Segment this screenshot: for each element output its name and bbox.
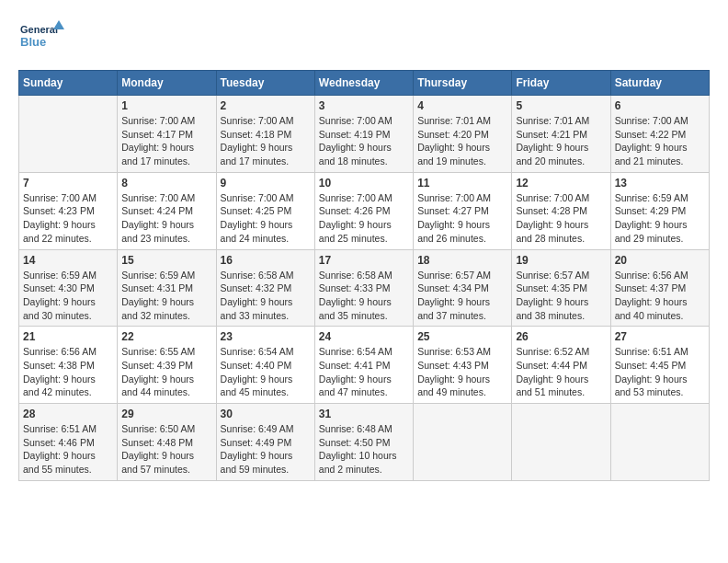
- calendar-cell: 21Sunrise: 6:56 AMSunset: 4:38 PMDayligh…: [19, 327, 118, 404]
- cell-info: Sunrise: 6:56 AMSunset: 4:38 PMDaylight:…: [23, 345, 113, 399]
- day-number: 29: [121, 408, 211, 420]
- cell-info: Sunrise: 6:57 AMSunset: 4:35 PMDaylight:…: [516, 269, 606, 323]
- calendar-cell: [414, 404, 512, 481]
- day-number: 22: [121, 330, 211, 343]
- day-number: 11: [417, 177, 507, 190]
- calendar-body: 1Sunrise: 7:00 AMSunset: 4:17 PMDaylight…: [19, 96, 710, 481]
- calendar-cell: 27Sunrise: 6:51 AMSunset: 4:45 PMDayligh…: [610, 327, 709, 404]
- calendar-cell: 7Sunrise: 7:00 AMSunset: 4:23 PMDaylight…: [19, 172, 118, 249]
- calendar-cell: 2Sunrise: 7:00 AMSunset: 4:18 PMDaylight…: [216, 96, 314, 173]
- calendar-week-row: 28Sunrise: 6:51 AMSunset: 4:46 PMDayligh…: [19, 404, 710, 481]
- day-number: 14: [23, 254, 113, 267]
- cell-info: Sunrise: 7:00 AMSunset: 4:23 PMDaylight:…: [23, 191, 113, 246]
- day-number: 6: [615, 99, 705, 112]
- calendar-cell: 13Sunrise: 6:59 AMSunset: 4:29 PMDayligh…: [610, 172, 709, 249]
- day-number: 19: [516, 254, 606, 267]
- page-header: General Blue: [18, 18, 710, 55]
- cell-info: Sunrise: 6:51 AMSunset: 4:46 PMDaylight:…: [23, 422, 113, 477]
- calendar-cell: 11Sunrise: 7:00 AMSunset: 4:27 PMDayligh…: [414, 172, 512, 249]
- cell-info: Sunrise: 7:00 AMSunset: 4:27 PMDaylight:…: [417, 191, 507, 246]
- day-number: 20: [615, 254, 705, 267]
- calendar-week-row: 7Sunrise: 7:00 AMSunset: 4:23 PMDaylight…: [19, 172, 710, 249]
- day-of-week-header: Sunday: [19, 71, 118, 96]
- day-number: 16: [221, 254, 311, 267]
- cell-info: Sunrise: 6:57 AMSunset: 4:34 PMDaylight:…: [417, 269, 507, 323]
- cell-info: Sunrise: 7:01 AMSunset: 4:21 PMDaylight:…: [516, 114, 606, 168]
- svg-text:General: General: [20, 24, 58, 35]
- day-number: 4: [417, 99, 507, 112]
- calendar-week-row: 14Sunrise: 6:59 AMSunset: 4:30 PMDayligh…: [19, 249, 710, 327]
- day-number: 9: [221, 177, 311, 190]
- calendar-week-row: 1Sunrise: 7:00 AMSunset: 4:17 PMDaylight…: [19, 96, 710, 173]
- logo: General Blue: [18, 18, 64, 55]
- cell-info: Sunrise: 6:58 AMSunset: 4:33 PMDaylight:…: [319, 269, 409, 323]
- calendar-cell: 4Sunrise: 7:01 AMSunset: 4:20 PMDaylight…: [414, 96, 512, 173]
- day-number: 26: [516, 330, 606, 343]
- calendar-cell: 30Sunrise: 6:49 AMSunset: 4:49 PMDayligh…: [216, 404, 314, 481]
- day-number: 7: [23, 177, 113, 190]
- calendar-cell: 22Sunrise: 6:55 AMSunset: 4:39 PMDayligh…: [118, 327, 216, 404]
- day-number: 12: [516, 177, 606, 190]
- day-number: 24: [319, 330, 409, 343]
- calendar-cell: 16Sunrise: 6:58 AMSunset: 4:32 PMDayligh…: [216, 249, 314, 327]
- calendar-cell: 10Sunrise: 7:00 AMSunset: 4:26 PMDayligh…: [314, 172, 413, 249]
- cell-info: Sunrise: 6:59 AMSunset: 4:30 PMDaylight:…: [23, 269, 113, 323]
- cell-info: Sunrise: 6:54 AMSunset: 4:40 PMDaylight:…: [221, 345, 311, 399]
- calendar-cell: [610, 404, 709, 481]
- day-number: 15: [121, 254, 211, 267]
- cell-info: Sunrise: 7:00 AMSunset: 4:19 PMDaylight:…: [319, 114, 409, 168]
- calendar-cell: 20Sunrise: 6:56 AMSunset: 4:37 PMDayligh…: [610, 249, 709, 327]
- day-number: 31: [319, 408, 409, 420]
- calendar-cell: 12Sunrise: 7:00 AMSunset: 4:28 PMDayligh…: [512, 172, 610, 249]
- day-of-week-header: Friday: [512, 71, 610, 96]
- calendar-cell: 5Sunrise: 7:01 AMSunset: 4:21 PMDaylight…: [512, 96, 610, 173]
- calendar-cell: 25Sunrise: 6:53 AMSunset: 4:43 PMDayligh…: [414, 327, 512, 404]
- calendar-cell: [19, 96, 118, 173]
- calendar-cell: 6Sunrise: 7:00 AMSunset: 4:22 PMDaylight…: [610, 96, 709, 173]
- cell-info: Sunrise: 6:51 AMSunset: 4:45 PMDaylight:…: [615, 345, 705, 399]
- day-number: 25: [417, 330, 507, 343]
- cell-info: Sunrise: 6:54 AMSunset: 4:41 PMDaylight:…: [319, 345, 409, 399]
- day-number: 3: [319, 99, 409, 112]
- cell-info: Sunrise: 6:59 AMSunset: 4:29 PMDaylight:…: [615, 191, 705, 246]
- calendar-cell: 8Sunrise: 7:00 AMSunset: 4:24 PMDaylight…: [118, 172, 216, 249]
- day-of-week-header: Monday: [118, 71, 216, 96]
- day-number: 17: [319, 254, 409, 267]
- day-number: 8: [121, 177, 211, 190]
- day-number: 13: [615, 177, 705, 190]
- cell-info: Sunrise: 6:56 AMSunset: 4:37 PMDaylight:…: [615, 269, 705, 323]
- day-number: 5: [516, 99, 606, 112]
- cell-info: Sunrise: 7:00 AMSunset: 4:17 PMDaylight:…: [121, 114, 211, 168]
- calendar-cell: 28Sunrise: 6:51 AMSunset: 4:46 PMDayligh…: [19, 404, 118, 481]
- cell-info: Sunrise: 6:58 AMSunset: 4:32 PMDaylight:…: [221, 269, 311, 323]
- calendar-table: SundayMondayTuesdayWednesdayThursdayFrid…: [18, 70, 710, 481]
- calendar-cell: 15Sunrise: 6:59 AMSunset: 4:31 PMDayligh…: [118, 249, 216, 327]
- calendar-cell: 19Sunrise: 6:57 AMSunset: 4:35 PMDayligh…: [512, 249, 610, 327]
- day-number: 10: [319, 177, 409, 190]
- day-number: 18: [417, 254, 507, 267]
- day-of-week-header: Thursday: [414, 71, 512, 96]
- calendar-cell: 14Sunrise: 6:59 AMSunset: 4:30 PMDayligh…: [19, 249, 118, 327]
- calendar-cell: 1Sunrise: 7:00 AMSunset: 4:17 PMDaylight…: [118, 96, 216, 173]
- cell-info: Sunrise: 7:00 AMSunset: 4:26 PMDaylight:…: [319, 191, 409, 246]
- day-number: 1: [121, 99, 211, 112]
- day-number: 30: [221, 408, 311, 420]
- svg-text:Blue: Blue: [20, 35, 46, 49]
- calendar-cell: 26Sunrise: 6:52 AMSunset: 4:44 PMDayligh…: [512, 327, 610, 404]
- calendar-cell: 29Sunrise: 6:50 AMSunset: 4:48 PMDayligh…: [118, 404, 216, 481]
- day-number: 21: [23, 330, 113, 343]
- calendar-cell: 9Sunrise: 7:00 AMSunset: 4:25 PMDaylight…: [216, 172, 314, 249]
- calendar-cell: 18Sunrise: 6:57 AMSunset: 4:34 PMDayligh…: [414, 249, 512, 327]
- calendar-cell: 17Sunrise: 6:58 AMSunset: 4:33 PMDayligh…: [314, 249, 413, 327]
- cell-info: Sunrise: 7:00 AMSunset: 4:28 PMDaylight:…: [516, 191, 606, 246]
- day-number: 27: [615, 330, 705, 343]
- cell-info: Sunrise: 6:59 AMSunset: 4:31 PMDaylight:…: [121, 269, 211, 323]
- cell-info: Sunrise: 7:00 AMSunset: 4:22 PMDaylight:…: [615, 114, 705, 168]
- day-number: 23: [221, 330, 311, 343]
- calendar-header-row: SundayMondayTuesdayWednesdayThursdayFrid…: [19, 71, 710, 96]
- calendar-cell: [512, 404, 610, 481]
- day-of-week-header: Wednesday: [314, 71, 413, 96]
- calendar-cell: 3Sunrise: 7:00 AMSunset: 4:19 PMDaylight…: [314, 96, 413, 173]
- day-number: 28: [23, 408, 113, 420]
- calendar-cell: 24Sunrise: 6:54 AMSunset: 4:41 PMDayligh…: [314, 327, 413, 404]
